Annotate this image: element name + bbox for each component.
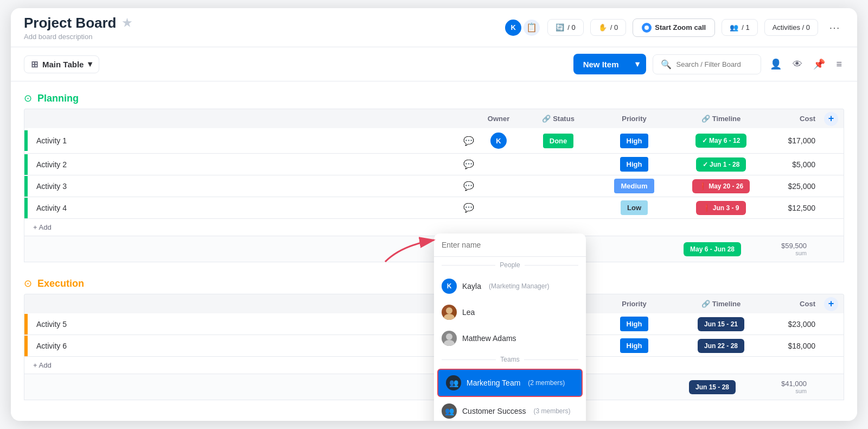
customer-success-name: Customer Success <box>462 407 526 415</box>
priority-badge: High <box>620 134 649 148</box>
row-priority[interactable]: Medium <box>596 175 672 197</box>
row-priority[interactable]: Low <box>596 197 672 218</box>
row-timeline[interactable]: ✓ Jun 1 - 28 <box>672 154 770 175</box>
execution-toggle[interactable]: ⊙ <box>24 277 32 289</box>
row-timeline[interactable]: ❗ Jun 3 - 9 <box>672 198 770 218</box>
row-status[interactable]: Done <box>520 130 596 152</box>
updates-button[interactable]: 🔄 / 0 <box>547 19 583 36</box>
zoom-button[interactable]: Start Zoom call <box>633 18 715 37</box>
board-description[interactable]: Add board description <box>24 33 132 41</box>
row-activity-name[interactable]: Activity 3 <box>28 176 461 196</box>
row-status[interactable] <box>520 205 596 211</box>
teams-section-label: Teams <box>434 351 586 368</box>
row-activity-name[interactable]: Activity 1 <box>28 131 461 150</box>
avatar-icon[interactable]: 📋 <box>522 18 541 37</box>
summary-timeline-badge: May 6 - Jun 28 <box>684 242 741 256</box>
row-owner[interactable] <box>477 161 520 168</box>
owner-dropdown: People K Kayla (Marketing Manager) Lea <box>434 234 586 421</box>
person-icon[interactable]: 👤 <box>768 56 784 72</box>
new-item-arrow[interactable]: ▾ <box>629 54 646 74</box>
row-activity-name[interactable]: Activity 2 <box>28 155 461 174</box>
planning-summary-timeline: May 6 - Jun 28 <box>663 242 761 256</box>
table-row: Activity 2 💬 High ✓ Jun 1 - 28 $5,000 <box>24 154 844 175</box>
comment-icon[interactable]: 💬 <box>461 136 477 146</box>
table-icon: ⊞ <box>31 59 38 70</box>
more-options-button[interactable]: ⋯ <box>825 19 844 36</box>
table-row: Activity 1 💬 K Done High ✓ May 6 - 12 $1… <box>24 128 844 154</box>
row-activity-name[interactable]: Activity 4 <box>28 198 461 218</box>
search-box[interactable]: 🔍 <box>653 54 761 74</box>
planning-toggle[interactable]: ⊙ <box>24 92 32 104</box>
execution-summary-timeline: Jun 15 - 28 <box>663 380 761 394</box>
new-item-button[interactable]: New Item ▾ <box>573 54 647 74</box>
new-item-label: New Item <box>573 54 629 74</box>
row-priority[interactable]: High <box>596 154 672 175</box>
person-lea-item[interactable]: Lea <box>434 299 586 325</box>
timeline-link-icon: 🔗 <box>701 115 710 123</box>
add-col-icon[interactable]: + <box>824 112 844 126</box>
guests-button[interactable]: 👥 / 1 <box>722 19 757 36</box>
add-column-button[interactable]: + <box>824 112 838 126</box>
eye-icon[interactable]: 👁 <box>790 56 805 72</box>
add-item-button[interactable]: + Add <box>24 219 844 236</box>
priority-badge: Low <box>621 200 648 215</box>
exec-add-col-icon[interactable]: + <box>824 297 844 311</box>
comment-icon[interactable]: 💬 <box>461 181 477 191</box>
row-owner[interactable]: K <box>477 128 520 153</box>
kayla-avatar: K <box>442 279 457 294</box>
planning-col-headers: Owner 🔗 Status Priority 🔗 Timeline Cost … <box>24 109 844 128</box>
comment-icon[interactable]: 💬 <box>461 159 477 169</box>
dropdown-search-input[interactable] <box>442 241 578 249</box>
row-status[interactable] <box>520 161 596 168</box>
team-marketing-item[interactable]: 👥 Marketing Team (2 members) <box>437 369 583 397</box>
row-status[interactable] <box>520 183 596 190</box>
lea-avatar-img <box>442 305 457 320</box>
table-selector[interactable]: ⊞ Main Table ▾ <box>24 55 99 73</box>
exec-summary-timeline-badge: Jun 15 - 28 <box>689 380 736 394</box>
zoom-icon <box>642 23 652 33</box>
pin-icon[interactable]: 📌 <box>811 56 827 72</box>
search-icon: 🔍 <box>661 59 672 70</box>
row-owner[interactable] <box>477 205 520 211</box>
inbox-button[interactable]: ✋ / 0 <box>590 19 626 36</box>
activities-button[interactable]: Activities / 0 <box>764 19 818 36</box>
person-kayla-item[interactable]: K Kayla (Marketing Manager) <box>434 273 586 299</box>
planning-group-header: ⊙ Planning <box>24 92 844 104</box>
row-priority[interactable]: High <box>596 335 672 356</box>
row-activity-name[interactable]: Activity 5 <box>28 314 461 334</box>
row-timeline[interactable]: Jun 22 - 28 <box>672 336 770 356</box>
planning-col-priority: Priority <box>596 109 672 128</box>
person-matthew-item[interactable]: Matthew Adams <box>434 325 586 351</box>
row-priority[interactable]: High <box>596 130 672 152</box>
matthew-avatar <box>442 331 457 346</box>
planning-summary-cost: $59,500 sum <box>761 242 815 256</box>
row-timeline[interactable]: Jun 15 - 21 <box>672 314 770 335</box>
row-priority[interactable]: High <box>596 313 672 335</box>
exec-add-column-button[interactable]: + <box>824 297 838 311</box>
row-owner[interactable] <box>477 183 520 190</box>
row-timeline[interactable]: ✓ May 6 - 12 <box>672 130 770 151</box>
search-input[interactable] <box>676 60 752 68</box>
execution-col-name <box>28 299 477 310</box>
inbox-count: / 0 <box>610 23 618 31</box>
owner-avatar: K <box>489 131 508 150</box>
customer-success-avatar: 👥 <box>442 403 457 419</box>
row-timeline[interactable]: ❗ May 20 - 26 <box>672 176 770 197</box>
kayla-name: Kayla <box>462 282 481 291</box>
people-section-label: People <box>434 257 586 273</box>
filter-icon[interactable]: ≡ <box>834 56 844 72</box>
dropdown-input-area[interactable] <box>434 234 586 257</box>
matthew-avatar-img <box>442 331 457 346</box>
status-link-icon: 🔗 <box>542 115 551 123</box>
team-customer-success-item[interactable]: 👥 Customer Success (3 members) <box>434 398 586 421</box>
row-cost: $23,000 <box>770 317 824 332</box>
star-icon[interactable]: ★ <box>122 16 132 29</box>
row-activity-name[interactable]: Activity 6 <box>28 336 461 356</box>
activities-label: Activities / 0 <box>773 23 810 31</box>
comment-icon[interactable]: 💬 <box>461 203 477 213</box>
row-cost: $12,500 <box>770 200 824 216</box>
row-cost: $5,000 <box>770 157 824 172</box>
execution-col-priority: Priority <box>596 294 672 313</box>
svg-point-3 <box>446 333 452 340</box>
timeline-badge: ❗ May 20 - 26 <box>692 179 750 193</box>
